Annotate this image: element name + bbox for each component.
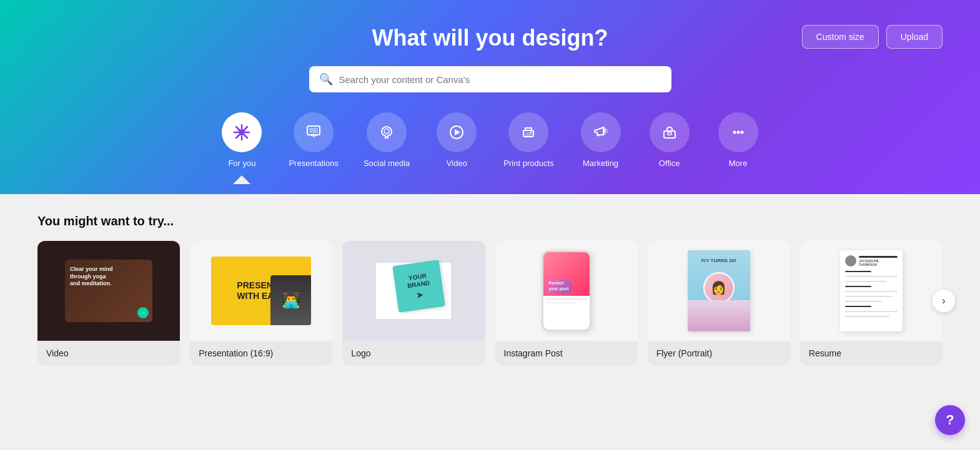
resume-name-block: JACQUELINETHOMPSON bbox=[859, 256, 898, 267]
more-icon bbox=[718, 112, 758, 152]
category-more[interactable]: More bbox=[704, 112, 773, 178]
help-button[interactable]: ? bbox=[935, 405, 965, 435]
card-pres-thumb: PRESENTWITH EASE 👨‍💻 bbox=[190, 241, 332, 341]
card-flyer[interactable]: IVY TURNS 20! 👩 Flyer (Portrait) bbox=[648, 241, 790, 366]
category-for-you[interactable]: For you bbox=[207, 112, 276, 194]
categories-row: For you Presentations bbox=[37, 112, 943, 194]
resume-section-2 bbox=[845, 286, 871, 287]
pres-thumb-img: 👨‍💻 bbox=[270, 275, 311, 325]
insta-post-overlay-text: Perfectyour post bbox=[546, 279, 572, 293]
video-icon bbox=[437, 112, 477, 152]
for-you-icon bbox=[222, 112, 262, 152]
category-print-products[interactable]: Print products bbox=[491, 112, 566, 178]
marketing-icon bbox=[581, 112, 621, 152]
card-logo[interactable]: YOURBRAND ➤ Logo bbox=[342, 241, 485, 366]
video-thumb-inner: Clear your mind through yoga and meditat… bbox=[65, 260, 152, 322]
insta-phone: Perfectyour post bbox=[542, 250, 591, 331]
logo-sticky-card: YOURBRAND ➤ bbox=[392, 260, 445, 313]
cards-container: Clear your mind through yoga and meditat… bbox=[37, 241, 943, 366]
office-label: Office bbox=[659, 159, 680, 168]
card-video[interactable]: Clear your mind through yoga and meditat… bbox=[37, 241, 180, 366]
logo-arrow-icon: ➤ bbox=[415, 288, 424, 300]
resume-line-7 bbox=[845, 316, 889, 317]
social-media-label: Social media bbox=[364, 159, 410, 168]
for-you-label: For you bbox=[228, 159, 255, 168]
logo-sticky-text: YOURBRAND bbox=[406, 271, 430, 290]
card-logo-thumb: YOURBRAND ➤ bbox=[342, 241, 485, 341]
more-label: More bbox=[729, 159, 748, 168]
office-icon bbox=[650, 112, 690, 152]
svg-point-8 bbox=[530, 132, 532, 134]
presentations-icon bbox=[294, 112, 334, 152]
card-insta-thumb: Perfectyour post bbox=[495, 241, 638, 341]
resume-header: JACQUELINETHOMPSON bbox=[845, 255, 898, 267]
svg-point-12 bbox=[736, 131, 740, 134]
resume-line-5 bbox=[845, 301, 882, 302]
upload-button[interactable]: Upload bbox=[886, 25, 943, 49]
social-media-icon bbox=[367, 112, 407, 152]
card-instagram[interactable]: Perfectyour post Instagram Post bbox=[495, 241, 638, 366]
category-office[interactable]: Office bbox=[635, 112, 704, 178]
resume-line-3 bbox=[845, 291, 898, 292]
main-content: You might want to try... Clear your mind… bbox=[0, 194, 980, 386]
card-resume-thumb: JACQUELINETHOMPSON bbox=[800, 241, 943, 341]
video-thumb-text: Clear your mind through yoga and meditat… bbox=[70, 266, 114, 288]
custom-size-button[interactable]: Custom size bbox=[802, 25, 879, 49]
search-container: 🔍 bbox=[37, 66, 943, 92]
active-indicator bbox=[233, 175, 250, 184]
pres-thumb-inner: PRESENTWITH EASE 👨‍💻 bbox=[211, 257, 311, 325]
print-products-icon bbox=[508, 112, 548, 152]
card-presentation[interactable]: PRESENTWITH EASE 👨‍💻 Presentation (16:9) bbox=[190, 241, 332, 366]
category-marketing[interactable]: Marketing bbox=[567, 112, 635, 178]
resume-line-4 bbox=[845, 296, 893, 297]
card-video-label: Video bbox=[37, 341, 180, 366]
category-social-media[interactable]: Social media bbox=[351, 112, 422, 178]
resume-line-2 bbox=[845, 281, 887, 282]
resume-section-1 bbox=[845, 271, 871, 272]
print-products-label: Print products bbox=[503, 159, 553, 168]
resume-line-1 bbox=[845, 276, 898, 277]
insta-bottom bbox=[543, 296, 590, 306]
card-video-thumb: Clear your mind through yoga and meditat… bbox=[37, 241, 180, 341]
presentations-label: Presentations bbox=[289, 159, 339, 168]
search-input[interactable] bbox=[339, 74, 661, 85]
hero-actions: Custom size Upload bbox=[802, 25, 943, 49]
flyer-book: IVY TURNS 20! 👩 bbox=[688, 250, 750, 331]
card-logo-label: Logo bbox=[342, 341, 485, 366]
card-flyer-label: Flyer (Portrait) bbox=[648, 341, 790, 366]
svg-rect-3 bbox=[309, 128, 318, 133]
next-arrow-button[interactable]: › bbox=[933, 290, 955, 312]
card-resume-label: Resume bbox=[800, 341, 943, 366]
search-icon: 🔍 bbox=[319, 72, 333, 86]
video-thumb-arrow: → bbox=[137, 307, 149, 318]
search-bar: 🔍 bbox=[309, 66, 671, 92]
resume-section-3 bbox=[845, 306, 871, 307]
svg-rect-10 bbox=[668, 132, 671, 135]
insta-post-img: Perfectyour post bbox=[543, 252, 590, 296]
resume-page: JACQUELINETHOMPSON bbox=[840, 250, 903, 331]
card-instagram-label: Instagram Post bbox=[495, 341, 638, 366]
flyer-title-text: IVY TURNS 20! bbox=[688, 258, 750, 264]
resume-avatar bbox=[845, 255, 856, 267]
svg-point-11 bbox=[733, 131, 736, 134]
resume-line-6 bbox=[845, 311, 898, 312]
card-flyer-thumb: IVY TURNS 20! 👩 bbox=[648, 241, 790, 341]
card-resume[interactable]: JACQUELINETHOMPSON Resume bbox=[800, 241, 943, 366]
hero-banner: What will you design? Custom size Upload… bbox=[0, 0, 980, 194]
resume-name-line bbox=[859, 256, 898, 258]
video-label: Video bbox=[447, 159, 467, 168]
category-presentations[interactable]: Presentations bbox=[276, 112, 351, 178]
svg-marker-5 bbox=[455, 129, 460, 135]
marketing-label: Marketing bbox=[583, 159, 618, 168]
logo-envelope: YOURBRAND ➤ bbox=[376, 263, 451, 319]
section-title: You might want to try... bbox=[37, 214, 943, 228]
svg-point-13 bbox=[740, 131, 743, 134]
card-presentation-label: Presentation (16:9) bbox=[190, 341, 332, 366]
category-video[interactable]: Video bbox=[422, 112, 491, 178]
svg-rect-7 bbox=[525, 133, 532, 136]
